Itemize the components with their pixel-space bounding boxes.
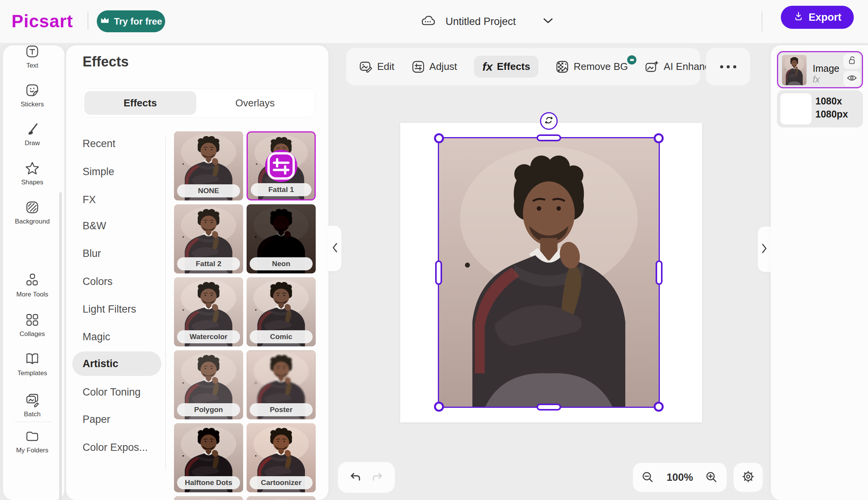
category-magic[interactable]: Magic xyxy=(83,330,110,344)
sidebar-item-label: Shapes xyxy=(3,179,61,186)
zoom-out-button[interactable] xyxy=(641,471,654,484)
artboard-size-line2: 1080px xyxy=(815,109,848,120)
tab-overlays[interactable]: Overlays xyxy=(197,91,313,115)
effect-thumbnail-fattal-1[interactable]: Fattal 1 xyxy=(247,131,316,200)
category-recent[interactable]: Recent xyxy=(83,137,116,151)
category-light-filters[interactable]: Light Filters xyxy=(83,302,136,316)
resize-handle-right[interactable] xyxy=(656,260,663,285)
try-for-free-label: Try for free xyxy=(114,16,162,27)
effect-name: Fattal 1 xyxy=(251,183,311,196)
category-blur[interactable]: Blur xyxy=(83,247,101,260)
effect-thumbnail-partial[interactable] xyxy=(174,496,243,500)
sidebar-item-collages[interactable]: Collages xyxy=(3,313,61,338)
project-title-control[interactable]: Untitled Project xyxy=(419,0,553,43)
sidebar-item-my-folders[interactable]: My Folders xyxy=(3,429,61,454)
effect-name: NONE xyxy=(177,184,240,197)
sidebar-item-stickers[interactable]: Stickers xyxy=(3,83,61,108)
top-bar: Picsart Try for free Untitled Project xyxy=(0,0,868,43)
toolbar-edit-button[interactable]: Edit xyxy=(359,60,394,74)
resize-handle-top-right[interactable] xyxy=(654,133,664,143)
layer-thumbnail xyxy=(782,55,807,85)
layer-card-image[interactable]: Image fx xyxy=(777,51,863,88)
sidebar-item-more-tools[interactable]: More Tools xyxy=(3,273,61,298)
collapse-right-panel-button[interactable] xyxy=(758,227,771,272)
category-color-expos-[interactable]: Color Expos... xyxy=(83,440,148,454)
background-icon xyxy=(3,200,61,216)
effect-thumbnail-watercolor[interactable]: Watercolor xyxy=(174,277,243,346)
sidebar-item-draw[interactable]: Draw xyxy=(3,122,61,147)
try-for-free-button[interactable]: Try for free xyxy=(97,10,165,32)
topbar-divider-right xyxy=(762,12,762,31)
zoom-controls: 100% xyxy=(633,463,727,492)
layers-panel: Image fx 1080x 1080px xyxy=(771,45,868,500)
effect-thumbnail-comic[interactable]: Comic xyxy=(247,277,316,346)
collapse-left-panel-button[interactable] xyxy=(328,226,341,271)
sidebar-item-batch[interactable]: Batch xyxy=(3,393,61,418)
category-artistic[interactable]: Artistic xyxy=(83,357,118,371)
toolbar-remove-bg-button[interactable]: Remove BG xyxy=(555,60,628,74)
canvas-settings-button[interactable] xyxy=(734,463,763,492)
sidebar-item-label: Background xyxy=(3,218,61,225)
sidebar-scrollbar[interactable] xyxy=(59,192,62,500)
artboard-size-line1: 1080x xyxy=(815,96,842,107)
zoom-level[interactable]: 100% xyxy=(666,472,693,483)
sidebar-item-templates[interactable]: Templates xyxy=(3,352,61,377)
effect-thumbnail-fattal-2[interactable]: Fattal 2 xyxy=(174,204,243,273)
effect-settings-badge[interactable] xyxy=(265,150,297,182)
category-fx[interactable]: FX xyxy=(83,193,96,207)
category-color-toning[interactable]: Color Toning xyxy=(83,385,141,399)
category-b-w[interactable]: B&W xyxy=(83,219,106,233)
crown-icon xyxy=(100,16,110,27)
category-simple[interactable]: Simple xyxy=(83,165,114,179)
effect-name: Neon xyxy=(250,257,313,270)
picsart-logo[interactable]: Picsart xyxy=(12,11,73,31)
toolbar-label: Effects xyxy=(497,61,530,73)
effect-thumbnail-neon[interactable]: Neon xyxy=(247,204,316,273)
resize-handle-left[interactable] xyxy=(435,260,442,285)
category-thumbs-divider xyxy=(165,137,166,470)
sidebar-item-background[interactable]: Background xyxy=(3,200,61,225)
effect-thumbnail-poster[interactable]: Poster xyxy=(247,350,316,419)
tab-effects[interactable]: Effects xyxy=(84,91,196,115)
toolbar-adjust-button[interactable]: Adjust xyxy=(411,60,457,74)
effect-thumbnail-partial[interactable] xyxy=(247,496,316,500)
resize-handle-top-left[interactable] xyxy=(434,133,444,143)
toolbar-effects-button[interactable]: fxEffects xyxy=(474,56,538,78)
layer-name: Image xyxy=(813,63,839,74)
undo-button[interactable] xyxy=(348,471,362,484)
sidebar-item-label: Text xyxy=(3,62,61,70)
resize-handle-bottom[interactable] xyxy=(537,404,561,411)
rotate-handle[interactable] xyxy=(540,112,558,130)
sidebar-item-shapes[interactable]: Shapes xyxy=(3,161,61,186)
toolbar-ai-enhance-button[interactable]: AI Enhance xyxy=(645,60,715,74)
artboard-thumbnail xyxy=(780,93,812,124)
toggle-visibility-button[interactable] xyxy=(843,71,860,86)
adjust-icon xyxy=(411,60,425,74)
redo-button[interactable] xyxy=(371,471,384,484)
effect-thumbnail-cartoonizer[interactable]: Cartoonizer xyxy=(247,423,316,492)
effect-thumbnail-halftone-dots[interactable]: Halftone Dots xyxy=(174,423,243,492)
templates-icon xyxy=(3,352,61,368)
text-icon xyxy=(3,44,61,60)
effect-thumbnail-none[interactable]: NONE xyxy=(174,131,243,200)
resize-handle-bottom-right[interactable] xyxy=(654,402,664,412)
layer-card-artboard[interactable]: 1080x 1080px xyxy=(777,90,863,127)
sidebar-item-text[interactable]: Text xyxy=(3,44,61,70)
resize-handle-top[interactable] xyxy=(537,134,561,141)
category-colors[interactable]: Colors xyxy=(83,275,113,288)
export-button[interactable]: Export xyxy=(781,6,854,29)
chevron-down-icon[interactable] xyxy=(543,18,553,25)
resize-handle-bottom-left[interactable] xyxy=(434,402,444,412)
effect-thumbnail-polygon[interactable]: Polygon xyxy=(174,350,243,419)
lock-layer-button[interactable] xyxy=(843,53,860,69)
zoom-in-button[interactable] xyxy=(705,471,718,484)
topbar-divider xyxy=(88,12,88,30)
remove-bg-icon xyxy=(555,60,569,74)
effect-name: Polygon xyxy=(177,403,240,416)
more-tools-button[interactable] xyxy=(706,48,750,85)
left-tool-rail: TextStickersDrawShapesBackgroundMore Too… xyxy=(3,45,65,500)
more-dots-icon xyxy=(720,65,723,68)
my-folders-icon xyxy=(3,429,61,445)
sidebar-item-label: More Tools xyxy=(3,291,61,298)
category-paper[interactable]: Paper xyxy=(83,412,110,426)
